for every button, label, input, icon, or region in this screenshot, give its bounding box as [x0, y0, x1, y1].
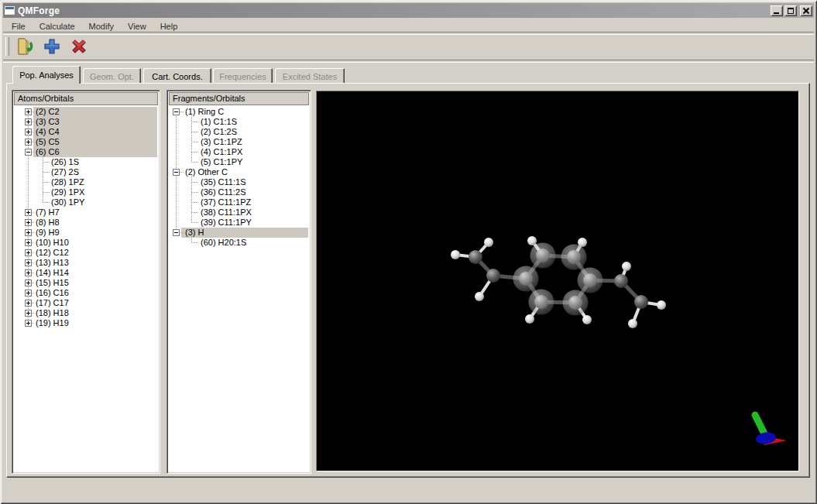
minimize-icon	[774, 12, 779, 14]
collapse-minus-icon[interactable]	[173, 229, 180, 236]
open-file-button[interactable]	[13, 36, 36, 57]
tree-item[interactable]: (60) H20:1S	[199, 238, 248, 248]
tree-item[interactable]: (15) H15	[34, 278, 70, 288]
tree-connector	[43, 172, 50, 173]
tree-item[interactable]: (13) H13	[34, 258, 70, 268]
close-button[interactable]	[800, 5, 812, 16]
fragments-panel: Fragments/Orbitals (1) Ring C(1) C1:1S(2…	[166, 90, 311, 474]
window-controls	[771, 5, 814, 16]
tree-item[interactable]: (9) H9	[34, 228, 61, 238]
tree-child-rail	[191, 176, 192, 222]
expand-plus-icon[interactable]	[25, 279, 32, 286]
expand-plus-icon[interactable]	[25, 300, 32, 307]
expand-plus-icon[interactable]	[25, 290, 32, 297]
tree-item[interactable]: (16) C16	[34, 288, 70, 298]
tree-item[interactable]: (2) Other C	[184, 167, 229, 177]
tree-item[interactable]: (39) C11:1PY	[199, 218, 253, 228]
tab-frequencies[interactable]: Frequencies	[213, 68, 273, 84]
expand-plus-icon[interactable]	[25, 269, 32, 276]
toolbar	[3, 34, 814, 59]
titlebar[interactable]: QMForge	[3, 3, 814, 18]
tree-item[interactable]: (26) 1S	[50, 157, 81, 167]
molecule-viewer[interactable]	[316, 91, 799, 471]
tree-item[interactable]: (28) 1PZ	[50, 177, 86, 187]
maximize-button[interactable]	[784, 5, 797, 16]
expand-plus-icon[interactable]	[25, 259, 32, 266]
tab-cart-coords[interactable]: Cart. Coords.	[143, 68, 211, 84]
toolbar-grip[interactable]	[5, 37, 9, 56]
menu-item-file[interactable]: File	[5, 21, 33, 32]
tree-item[interactable]: (17) C17	[34, 298, 70, 308]
tree-connector	[191, 152, 199, 153]
add-fragment-button[interactable]	[40, 36, 64, 57]
expand-plus-icon[interactable]	[25, 249, 32, 256]
tree-item[interactable]: (8) H8	[34, 218, 61, 228]
expand-plus-icon[interactable]	[25, 139, 32, 146]
tree-item[interactable]: (4) C1:1PX	[199, 147, 244, 157]
tree-item[interactable]: (3) C3	[34, 117, 61, 127]
tree-item[interactable]: (3) H	[184, 228, 205, 238]
expand-plus-icon[interactable]	[25, 229, 32, 236]
tree-item[interactable]: (6) C6	[34, 147, 61, 157]
tree-item[interactable]: (5) C5	[34, 137, 61, 147]
menu-item-calculate[interactable]: Calculate	[33, 21, 82, 32]
tab-geom-opt[interactable]: Geom. Opt.	[83, 68, 141, 84]
tab-excited-states[interactable]: Excited States	[275, 68, 345, 84]
collapse-minus-icon[interactable]	[173, 169, 180, 176]
tree-item[interactable]: (1) C1:1S	[199, 117, 239, 127]
collapse-minus-icon[interactable]	[173, 108, 180, 115]
tree-item[interactable]: (3) C1:1PZ	[199, 137, 244, 147]
atoms-orbitals-tree[interactable]: (2) C2(3) C3(4) C4(5) C5(6) C6(26) 1S(27…	[14, 107, 158, 471]
qmforge-window: QMForge FileCalculateModifyViewHelp	[0, 0, 817, 504]
tree-item[interactable]: (35) C11:1S	[199, 177, 248, 187]
menu-item-modify[interactable]: Modify	[82, 21, 121, 32]
tree-connector	[191, 202, 199, 203]
tree-item[interactable]: (2) C1:2S	[199, 127, 239, 137]
tree-item[interactable]: (38) C11:1PX	[199, 207, 253, 218]
tree-item[interactable]: (12) C12	[34, 248, 70, 258]
tree-connector	[191, 132, 199, 132]
tree-item[interactable]: (36) C11:2S	[199, 187, 248, 197]
tree-item[interactable]: (37) C11:1PZ	[199, 197, 252, 207]
open-folder-icon	[15, 36, 35, 57]
tree-item[interactable]: (1) Ring C	[184, 107, 225, 117]
tree-item[interactable]: (14) H14	[34, 268, 70, 278]
expand-plus-icon[interactable]	[25, 320, 32, 327]
tree-item[interactable]: (27) 2S	[50, 167, 81, 177]
expand-plus-icon[interactable]	[25, 118, 32, 125]
tree-connector	[43, 202, 50, 203]
tab-strip: Pop. AnalysesGeom. Opt.Cart. Coords.Freq…	[0, 66, 817, 84]
menu-bar: FileCalculateModifyViewHelp	[5, 20, 184, 33]
menu-item-help[interactable]: Help	[153, 21, 185, 32]
tree-connector	[191, 122, 199, 122]
window-title: QMForge	[18, 5, 60, 16]
tree-item[interactable]: (30) 1PY	[50, 197, 86, 207]
menu-item-view[interactable]: View	[121, 21, 153, 32]
expand-plus-icon[interactable]	[25, 219, 32, 226]
tree-item[interactable]: (7) H7	[34, 207, 61, 218]
red-x-icon	[70, 37, 88, 56]
expand-plus-icon[interactable]	[25, 129, 32, 135]
fragments-orbitals-tree[interactable]: (1) Ring C(1) C1:1S(2) C1:2S(3) C1:1PZ(4…	[169, 107, 309, 471]
tree-item[interactable]: (2) C2	[34, 107, 61, 117]
tree-item[interactable]: (19) H19	[34, 318, 70, 328]
minimize-button[interactable]	[771, 5, 783, 16]
delete-fragment-button[interactable]	[67, 36, 91, 57]
tree-connector	[191, 212, 199, 213]
tree-item[interactable]: (29) 1PX	[50, 187, 86, 197]
tab-pop-analyses[interactable]: Pop. Analyses	[12, 66, 81, 84]
tree-child-rail	[43, 156, 43, 202]
toolbar-separator	[3, 60, 814, 63]
expand-plus-icon[interactable]	[25, 108, 32, 115]
expand-plus-icon[interactable]	[25, 239, 32, 246]
tree-item[interactable]: (18) H18	[34, 308, 70, 318]
tree-connector	[191, 222, 199, 223]
collapse-minus-icon[interactable]	[25, 149, 32, 156]
expand-plus-icon[interactable]	[25, 209, 32, 216]
atoms-panel-header: Atoms/Orbitals	[14, 92, 158, 105]
expand-plus-icon[interactable]	[25, 310, 32, 317]
tree-item[interactable]: (5) C1:1PY	[199, 157, 244, 167]
tree-item[interactable]: (4) C4	[34, 127, 61, 137]
tree-connector	[191, 142, 199, 142]
tree-item[interactable]: (10) H10	[34, 238, 70, 248]
